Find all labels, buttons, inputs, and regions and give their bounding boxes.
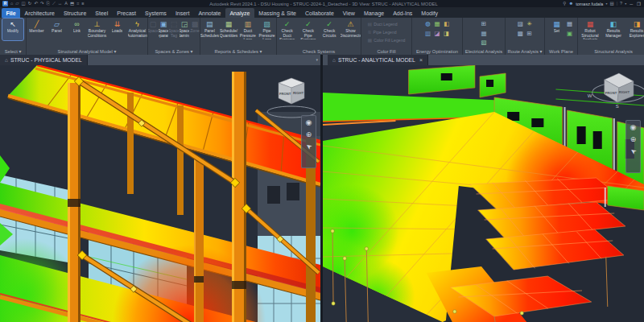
pipe-pressure-loss-report-button[interactable]: ▧Pipe Pressure Loss Report [258, 19, 276, 40]
save-icon[interactable]: ◫ [22, 0, 26, 7]
pan-icon[interactable]: ➤ [629, 147, 638, 157]
help-menu-caret-icon[interactable]: ▾ [625, 2, 626, 6]
zone-button[interactable]: ▩Zone [190, 19, 200, 40]
ribbon-tab-massing-site[interactable]: Massing & Site [254, 8, 301, 18]
navigation-wheel-icon[interactable]: ◉ [630, 123, 637, 131]
boundary-conditions-button[interactable]: ⊥Boundary Conditions [88, 19, 107, 40]
analytical-model-3d-view[interactable]: W S FRONT RIGHT ◉ ⊕ ➤ [323, 65, 644, 322]
pipe-legend-button[interactable]: ≋Pipe Legend [366, 28, 407, 35]
check-duct-systems-button[interactable]: ✓Check Duct Systems [277, 19, 297, 40]
restore-button[interactable]: ❐ [636, 2, 642, 6]
show-disconnects-button[interactable]: ⚠Show Disconnects [341, 19, 361, 40]
revit-logo-icon[interactable]: R [2, 1, 8, 6]
compass-south-label[interactable]: S [616, 104, 619, 109]
ribbon-tab-insert[interactable]: Insert [171, 8, 194, 18]
color-fill-legend-button[interactable]: ▦Color Fill Legend [366, 36, 407, 43]
spatial-grid-button[interactable]: ⊞ [526, 30, 534, 38]
space-separator-button[interactable]: ▣Space Separator [159, 19, 168, 40]
create-energy-model-button[interactable]: ◧ [443, 20, 451, 28]
viewcube-front-label[interactable]: FRONT [279, 92, 291, 96]
ribbon-tab-view[interactable]: View [338, 8, 359, 18]
path-of-travel-button[interactable]: ▨ [516, 20, 524, 28]
modify-cursor-button[interactable]: ↖Modify [2, 19, 23, 40]
aligned-dimension-icon[interactable]: ↔ [58, 0, 63, 7]
route-settings-button[interactable]: ▩ [516, 30, 524, 38]
view-tab-physical-model[interactable]: ⌂ STRUC - PHYSICAL MODEL [0, 55, 88, 65]
user-menu-caret-icon[interactable]: ▾ [605, 2, 607, 6]
ribbon-tab-precast[interactable]: Precast [113, 8, 141, 18]
signed-in-user[interactable]: tomasz.fudala [576, 2, 603, 6]
electrical-settings-button[interactable]: ⊞ [480, 20, 488, 28]
analytical-automation-button[interactable]: ϟAnalytical Automation [128, 19, 147, 40]
ribbon-tab-modify[interactable]: Modify [417, 8, 443, 18]
sync-with-central-icon[interactable]: ↻ [28, 0, 32, 7]
viewcube-right-label[interactable]: RIGHT [619, 90, 630, 94]
app-store-icon[interactable]: ▤ [609, 0, 613, 7]
ribbon-tab-collaborate[interactable]: Collaborate [301, 8, 339, 18]
work-plane-viewer-button[interactable]: ▣ [566, 30, 574, 38]
close-view-icon[interactable]: × [419, 57, 423, 63]
space-button[interactable]: ▢Space [148, 19, 158, 40]
space-tag-button[interactable]: ⬚Space Tag [169, 19, 179, 40]
results-manager-button[interactable]: ◧Results Manager [602, 19, 625, 40]
loads-button[interactable]: ⇊Loads [108, 19, 127, 40]
measure-icon[interactable]: ⟋ [52, 0, 56, 7]
load-report-button[interactable]: ▧ [480, 39, 488, 47]
text-icon[interactable]: A [64, 0, 68, 7]
schedule-quantities-button[interactable]: ▦Schedule/ Quantities [220, 19, 238, 40]
search-icon[interactable]: ⚲ [563, 0, 566, 7]
zoom-icon[interactable]: ⊕ [630, 135, 637, 143]
robot-structural-analysis-button[interactable]: ▦Robot Structural Analysis [579, 19, 601, 40]
set-work-plane-button[interactable]: ▦Set [549, 19, 565, 40]
ribbon-tab-file[interactable]: File [2, 8, 20, 18]
navigation-wheel-icon[interactable]: ◉ [306, 118, 312, 126]
analytical-member-button[interactable]: ╱Member [27, 19, 47, 40]
location-button[interactable]: ◍ [424, 20, 432, 28]
section-icon[interactable]: ⌗ [76, 0, 79, 7]
ribbon-tab-annotate[interactable]: Annotate [194, 8, 225, 18]
compass-west-label[interactable]: W [588, 93, 592, 98]
viewcube-right-label[interactable]: RIGHT [293, 91, 303, 95]
minimize-button[interactable]: ─ [629, 2, 634, 6]
ribbon-tab-structure[interactable]: Structure [59, 8, 90, 18]
physical-model-3d-view[interactable]: FRONT RIGHT ◉ ⊕ ➤ [0, 65, 320, 322]
results-explorer-button[interactable]: ◨Results Explorer [625, 19, 644, 40]
zoom-icon[interactable]: ⊕ [306, 130, 312, 138]
thin-lines-icon[interactable]: ≡ [81, 0, 84, 7]
panel-label-route-analysis[interactable]: Route Analysis ▾ [506, 48, 544, 55]
power-balance-button[interactable]: ▦ [480, 30, 488, 38]
space-naming-button[interactable]: ◲Space Naming [180, 19, 189, 40]
help-button[interactable]: ? [620, 0, 622, 7]
print-icon[interactable]: ⎘ [47, 0, 50, 7]
open-icon[interactable]: ▱ [15, 0, 19, 7]
duct-pressure-loss-report-button[interactable]: ▥Duct Pressure Loss Report [239, 19, 258, 40]
home-icon[interactable]: ⌂ [10, 0, 13, 7]
panel-label-reports-schedules[interactable]: Reports & Schedules ▾ [200, 48, 276, 55]
redo-icon[interactable]: ↷ [40, 0, 44, 7]
ribbon-tab-manage[interactable]: Manage [359, 8, 388, 18]
pan-icon[interactable]: ➤ [304, 142, 314, 152]
analytical-panel-button[interactable]: ▱Panel [47, 19, 67, 40]
check-pipe-systems-button[interactable]: ✓Check Pipe Systems [298, 19, 318, 40]
check-circuits-button[interactable]: ✓Check Circuits [320, 19, 340, 40]
show-work-plane-button[interactable]: ▦ [566, 20, 574, 28]
panel-schedules-button[interactable]: ▤Panel Schedules [200, 19, 219, 40]
ribbon-tab-steel[interactable]: Steel [91, 8, 113, 18]
view-tab-analytical-model[interactable]: ⌂ STRUC - ANALYTICAL MODEL × [328, 55, 428, 65]
panel-label-spaces-zones[interactable]: Spaces & Zones ▾ [148, 48, 200, 55]
viewcube-front-label[interactable]: FRONT [605, 91, 617, 95]
analytical-link-button[interactable]: ∞Link [68, 19, 87, 40]
duct-legend-button[interactable]: ▤Duct Legend [366, 20, 407, 27]
ribbon-tab-systems[interactable]: Systems [141, 8, 171, 18]
ribbon-tab-add-ins[interactable]: Add-Ins [389, 8, 417, 18]
optimize-button[interactable]: ◨ [443, 30, 451, 38]
undo-icon[interactable]: ↶ [34, 0, 38, 7]
ribbon-tab-analyze[interactable]: Analyze [225, 8, 254, 18]
panel-label-select[interactable]: Select ▾ [0, 48, 26, 55]
energy-settings-button[interactable]: ▦ [433, 20, 441, 28]
default-3d-view-icon[interactable]: ⬒ [70, 0, 74, 7]
reveal-obstacles-button[interactable]: ✳ [526, 20, 534, 28]
panel-label-structural-analytical-model[interactable]: Structural Analytical Model ▾ [27, 48, 147, 55]
hvac-systems-button[interactable]: ▥ [424, 30, 432, 38]
ribbon-tab-architecture[interactable]: Architecture [20, 8, 59, 18]
